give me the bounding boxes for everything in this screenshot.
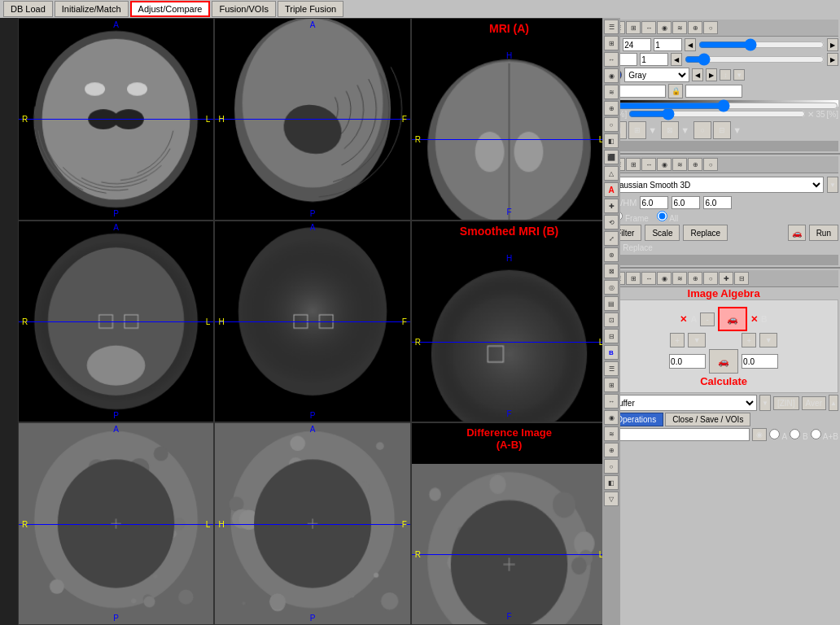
tool-btn-4[interactable]: ◉: [604, 68, 619, 83]
tool-btn-12[interactable]: ✚: [604, 199, 619, 213]
mini-btn-b3[interactable]: ↔: [641, 158, 656, 171]
mini-btn-alg4[interactable]: ◉: [657, 272, 672, 285]
mini-btn-a3[interactable]: ↔: [641, 21, 656, 34]
plus-b-btn[interactable]: +: [742, 333, 756, 347]
tool-btn-18[interactable]: ▤: [604, 296, 619, 311]
tool-btn-29[interactable]: ◧: [604, 475, 619, 490]
tool-btn-23[interactable]: ⊞: [604, 378, 619, 392]
radio-view-apb[interactable]: [811, 429, 821, 439]
image-cell-axial-a[interactable]: A P R L: [18, 18, 214, 221]
tab-triple-fusion[interactable]: Triple Fusion: [278, 1, 343, 17]
mini-btn-b4[interactable]: ◉: [657, 158, 672, 171]
tool-btn-13[interactable]: ⟲: [604, 215, 619, 229]
mini-btn-alg9[interactable]: ⊟: [734, 272, 749, 285]
frame-slider[interactable]: [685, 54, 825, 65]
radio-icon[interactable]: ◉: [752, 428, 767, 441]
aver-btn[interactable]: Aver: [802, 396, 826, 410]
tool-btn-10[interactable]: △: [604, 166, 619, 181]
mini-btn-a4[interactable]: ◉: [657, 21, 672, 34]
frame-next-btn[interactable]: ▶: [827, 53, 838, 66]
mini-btn-b5[interactable]: ≋: [672, 158, 687, 171]
cm-invert-btn[interactable]: ↕: [720, 69, 731, 81]
tool-btn-30[interactable]: ▽: [604, 492, 619, 506]
tool-btn-6[interactable]: ⊕: [604, 101, 619, 116]
image-cell-axial-b[interactable]: A P R L: [18, 221, 214, 423]
tool-btn-24[interactable]: ↔: [604, 394, 619, 409]
mini-btn-a7[interactable]: ○: [703, 21, 718, 34]
ops-btn-2[interactable]: ⊞: [628, 121, 646, 139]
dd-a-btn[interactable]: ▼: [688, 333, 706, 347]
tool-btn-3[interactable]: ↔: [604, 52, 619, 67]
image-cell-diff-axial[interactable]: A P R L: [18, 422, 214, 625]
smooth-method-select[interactable]: Gaussian Smooth 3D Box Smooth: [609, 177, 824, 193]
alg-input-b[interactable]: 0.0: [742, 354, 778, 369]
slice-prev-btn[interactable]: ◀: [685, 38, 696, 51]
tool-btn-22[interactable]: ☰: [604, 361, 619, 376]
mini-btn-alg7[interactable]: ○: [703, 272, 718, 285]
tool-btn-17[interactable]: ◎: [604, 280, 619, 295]
fwhm-x[interactable]: 6.0: [640, 196, 668, 209]
cm-options-btn[interactable]: ▼: [733, 69, 745, 81]
scale-btn[interactable]: Scale: [645, 225, 680, 241]
frame-prev-btn[interactable]: ◀: [671, 53, 682, 66]
tool-btn-27[interactable]: ⊕: [604, 443, 619, 457]
radio-all[interactable]: [657, 211, 667, 221]
image-cell-diff-cor[interactable]: Difference Image(A-B) R L F: [411, 422, 607, 625]
car-btn-a[interactable]: 🚗: [718, 307, 747, 331]
mini-btn-alg2[interactable]: ⊞: [626, 272, 641, 285]
fwhm-z[interactable]: 6.0: [703, 196, 732, 209]
tool-btn-26[interactable]: ≋: [604, 426, 619, 441]
mini-btn-a2[interactable]: ⊞: [626, 21, 641, 34]
car-btn-b[interactable]: 🚗: [709, 349, 738, 374]
mini-btn-alg5[interactable]: ≋: [672, 272, 687, 285]
replace-btn[interactable]: Replace: [683, 225, 728, 241]
radio-view-a[interactable]: [769, 429, 780, 439]
mini-btn-b6[interactable]: ⊕: [688, 158, 702, 171]
radio-b-label[interactable]: B: [790, 429, 807, 441]
method-dropdown[interactable]: ▼: [827, 177, 838, 193]
lock-btn[interactable]: 🔒: [668, 84, 683, 98]
mini-btn-b7[interactable]: ○: [703, 158, 718, 171]
tool-btn-14[interactable]: ⤢: [604, 231, 619, 246]
bottom-search-input[interactable]: [609, 428, 750, 441]
tab-db-load[interactable]: DB Load: [3, 1, 53, 17]
image-cell-cor-b[interactable]: Smoothed MRI (B) H F R L: [411, 221, 607, 423]
slice-input-1[interactable]: 24: [623, 38, 651, 51]
ops-btn-3[interactable]: ⊠: [661, 121, 679, 139]
cm-prev[interactable]: ◀: [692, 68, 703, 81]
mini-btn-a6[interactable]: ⊕: [688, 21, 702, 34]
plus-a-btn[interactable]: +: [670, 333, 685, 347]
close-save-btn[interactable]: Close / Save / VOIs: [665, 413, 750, 426]
minus-op-btn[interactable]: -: [700, 312, 714, 326]
tool-btn-28[interactable]: ○: [604, 459, 619, 474]
tool-btn-21[interactable]: B: [604, 345, 619, 360]
slice-slider-1[interactable]: [698, 39, 825, 50]
colormap-select[interactable]: Gray Hot Cool: [624, 68, 689, 82]
tool-btn-5[interactable]: ≋: [604, 85, 619, 99]
tool-btn-9[interactable]: ⬛: [604, 150, 619, 164]
run-btn[interactable]: Run: [809, 225, 838, 241]
slice-next-btn[interactable]: ▶: [827, 38, 838, 51]
tool-btn-8[interactable]: ◧: [604, 133, 619, 148]
tool-btn-1[interactable]: ☰: [604, 20, 619, 34]
tool-btn-11[interactable]: A: [604, 182, 619, 197]
window-slider[interactable]: [609, 100, 838, 111]
mini-btn-alg6[interactable]: ⊕: [688, 272, 702, 285]
ops-btn-4[interactable]: ○: [693, 121, 711, 139]
max-value-input[interactable]: 0.158219: [685, 85, 742, 98]
image-cell-sag-b[interactable]: A P H F: [214, 221, 410, 423]
image-cell-cor-a[interactable]: MRI (A) H F R L: [411, 18, 607, 221]
tool-btn-16[interactable]: ⊠: [604, 264, 619, 278]
fwhm-y[interactable]: 6.0: [672, 196, 700, 209]
tool-btn-2[interactable]: ⊞: [604, 36, 619, 50]
buffer-up[interactable]: ▲: [829, 395, 838, 411]
radio-all-label[interactable]: All: [657, 211, 678, 223]
cm-next[interactable]: ▶: [706, 68, 717, 81]
buffer-dd[interactable]: ▼: [759, 395, 771, 411]
tool-btn-19[interactable]: ⊡: [604, 312, 619, 327]
radio-a-label[interactable]: A: [769, 429, 787, 441]
dd-b-btn[interactable]: ▼: [759, 333, 777, 347]
image-cell-sag-a[interactable]: A P F H: [214, 18, 410, 221]
tab-adjust-compare[interactable]: Adjust/Compare: [130, 1, 211, 17]
buffer-select[interactable]: Buffer: [609, 395, 757, 411]
